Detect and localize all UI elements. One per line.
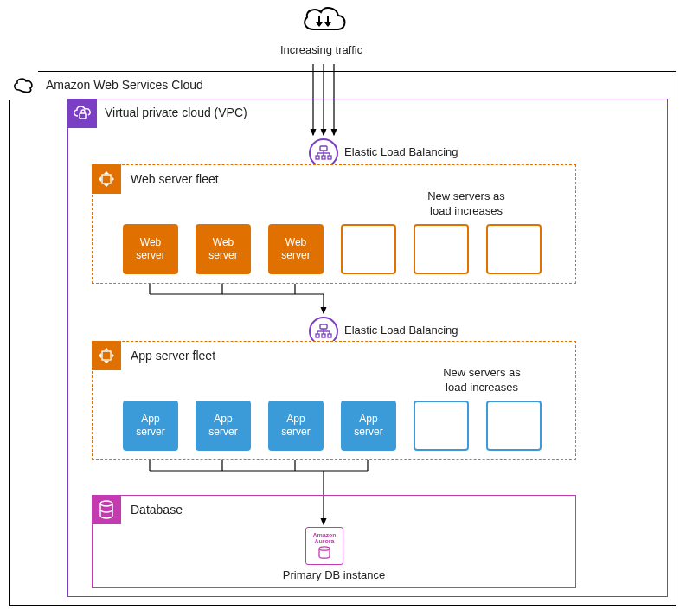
svg-rect-45	[322, 334, 325, 337]
svg-point-49	[319, 547, 330, 550]
svg-rect-38	[320, 324, 327, 329]
aws-cloud-icon	[9, 71, 38, 100]
svg-rect-46	[328, 334, 331, 337]
svg-rect-34	[316, 156, 319, 159]
svg-rect-27	[80, 113, 86, 119]
vpc-icon	[67, 99, 97, 128]
traffic-label: Increasing traffic	[280, 43, 362, 56]
svg-point-48	[100, 501, 112, 506]
aurora-instance: Amazon Aurora	[305, 527, 343, 565]
web-fleet-title: Web server fleet	[131, 172, 219, 186]
database-container: Database Amazon Aurora Primary DB instan…	[92, 495, 576, 588]
app-fleet-title: App server fleet	[131, 349, 215, 363]
app-server: App server	[196, 401, 251, 451]
cloud-traffic-icon	[298, 3, 350, 40]
server-label: App server	[281, 413, 310, 439]
app-server-placeholder	[486, 401, 542, 451]
web-server-placeholder	[414, 224, 469, 274]
web-fleet-container: Web server fleet New servers as load inc…	[92, 164, 576, 284]
svg-rect-35	[322, 156, 325, 159]
app-server: App server	[268, 401, 324, 451]
server-label: App server	[136, 413, 164, 439]
elb1-label: Elastic Load Balancing	[344, 145, 458, 158]
aws-cloud-title: Amazon Web Services Cloud	[46, 78, 203, 92]
autoscaling-icon	[92, 164, 121, 194]
app-server-placeholder	[414, 401, 469, 451]
primary-db-label: Primary DB instance	[93, 568, 575, 581]
server-label: App server	[354, 413, 382, 439]
vpc-title: Virtual private cloud (VPC)	[105, 106, 247, 119]
web-server: Web server	[123, 224, 178, 274]
app-fleet-container: App server fleet New servers as load inc…	[92, 341, 576, 460]
database-icon	[92, 495, 121, 524]
server-label: Web server	[208, 236, 237, 262]
autoscaling-icon	[92, 341, 121, 370]
web-server: Web server	[268, 224, 324, 274]
server-label: Web server	[136, 236, 164, 262]
svg-rect-47	[102, 351, 111, 360]
web-server-placeholder	[341, 224, 396, 274]
app-server: App server	[123, 401, 178, 451]
app-server: App server	[341, 401, 396, 451]
server-label: Web server	[281, 236, 310, 262]
elb1-icon	[309, 138, 338, 168]
server-label: App server	[208, 413, 237, 439]
database-title: Database	[131, 503, 183, 517]
app-fleet-note: New servers as load increases	[404, 366, 560, 395]
web-server-placeholder	[486, 224, 542, 274]
svg-rect-36	[328, 156, 331, 159]
web-fleet-note: New servers as load increases	[388, 189, 544, 219]
web-server: Web server	[196, 224, 251, 274]
svg-rect-37	[102, 175, 111, 183]
svg-rect-28	[320, 146, 327, 151]
aurora-label: Amazon Aurora	[312, 532, 336, 544]
elb2-label: Elastic Load Balancing	[344, 324, 458, 337]
svg-rect-44	[316, 334, 319, 337]
